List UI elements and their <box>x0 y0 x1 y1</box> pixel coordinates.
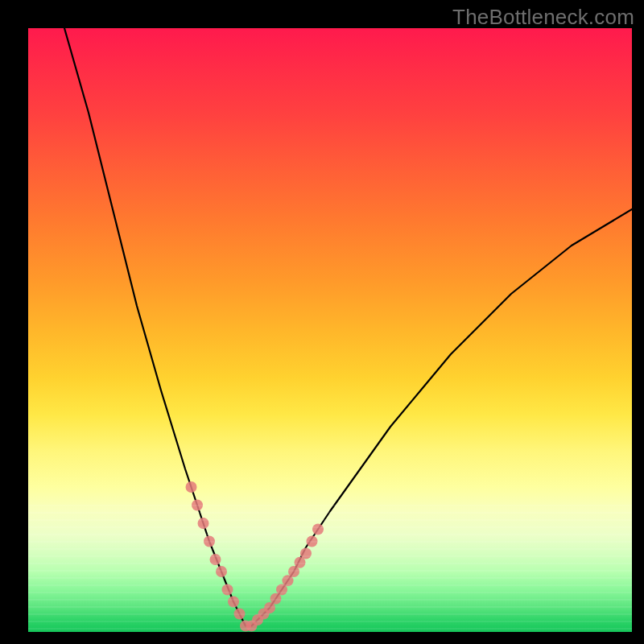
response-curve <box>64 28 632 626</box>
curve-marker <box>186 481 197 493</box>
chart-svg <box>28 28 632 632</box>
curve-layer <box>64 28 632 626</box>
curve-marker <box>204 536 215 547</box>
curve-marker <box>198 518 209 529</box>
curve-marker <box>222 584 233 596</box>
marker-layer <box>186 481 324 632</box>
curve-marker <box>312 524 324 535</box>
plot-area <box>28 28 632 632</box>
watermark-label: TheBottleneck.com <box>452 5 634 30</box>
curve-marker <box>300 548 312 559</box>
curve-marker <box>210 554 221 565</box>
curve-marker <box>228 597 239 608</box>
curve-marker <box>234 609 246 620</box>
chart-frame: TheBottleneck.com <box>0 0 644 644</box>
curve-marker <box>307 536 318 547</box>
curve-marker <box>192 500 203 511</box>
curve-marker <box>216 566 227 577</box>
